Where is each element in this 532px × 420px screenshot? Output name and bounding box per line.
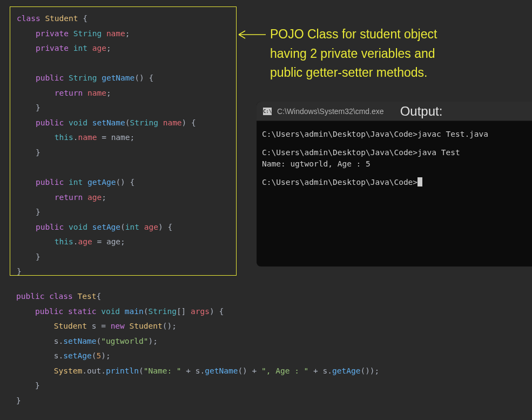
- code-lower: public class Test{ public static void ma…: [16, 289, 379, 408]
- terminal-title: C:\Windows\System32\cmd.exe: [277, 107, 384, 116]
- cmd-icon: C:\: [263, 108, 272, 115]
- terminal-titlebar[interactable]: C:\ C:\Windows\System32\cmd.exe Output:: [257, 102, 532, 121]
- output-label: Output:: [400, 104, 443, 119]
- terminal-output[interactable]: C:\Users\admin\Desktop\Java\Code>javac T…: [257, 121, 532, 203]
- terminal-line: C:\Users\admin\Desktop\Java\Code>javac T…: [262, 129, 527, 139]
- terminal-line: C:\Users\admin\Desktop\Java\Code>java Te…: [262, 147, 527, 169]
- cursor-icon: [417, 177, 422, 186]
- pojo-code-block: class Student { private String name; pri…: [10, 6, 237, 276]
- annotation-text: POJO Class for student object having 2 p…: [270, 25, 437, 83]
- test-code-block: public class Test{ public static void ma…: [16, 289, 379, 408]
- code-upper: class Student { private String name; pri…: [17, 11, 230, 279]
- terminal-line: C:\Users\admin\Desktop\Java\Code>: [262, 177, 527, 188]
- arrow-icon: [238, 29, 267, 40]
- terminal-window: C:\ C:\Windows\System32\cmd.exe Output: …: [257, 102, 532, 266]
